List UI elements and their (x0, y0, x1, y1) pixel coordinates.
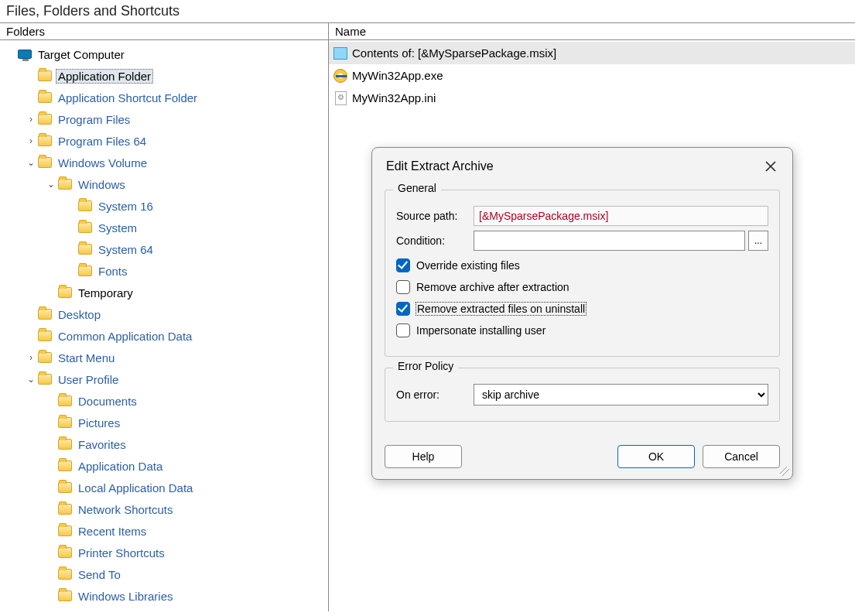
tree-item-label: Documents (76, 394, 139, 409)
tree-item-label: Windows Libraries (76, 589, 176, 604)
tree-item[interactable]: ›Network Shortcuts (0, 498, 328, 520)
file-item[interactable]: MyWin32App.exe (329, 64, 855, 87)
tree-item[interactable]: ›Printer Shortcuts (0, 542, 328, 563)
folder-icon (57, 589, 73, 603)
tree-item-label: System (96, 221, 139, 235)
ok-button[interactable]: OK (617, 445, 695, 468)
tree-item[interactable]: ›Common Application Data (0, 325, 328, 347)
folder-icon (57, 546, 73, 560)
on-error-select[interactable]: skip archive (474, 384, 768, 406)
tree-item[interactable]: ›Target Computer (0, 43, 328, 65)
tree-item-label: Common Application Data (56, 329, 194, 344)
folder-icon (37, 69, 53, 83)
tree-item[interactable]: ›Fonts (0, 260, 328, 282)
folder-icon (57, 177, 73, 191)
source-path-label: Source path: (396, 210, 474, 222)
tree-item-label: Favorites (76, 437, 128, 452)
folder-icon (57, 437, 73, 451)
tree-item[interactable]: ⌄Windows (0, 173, 328, 195)
folders-header: Folders (0, 23, 328, 40)
condition-browse-button[interactable]: ... (748, 231, 768, 251)
tree-item[interactable]: ›System 16 (0, 195, 328, 217)
remove-archive-label: Remove archive after extraction (416, 281, 569, 293)
tree-item-label: Pictures (76, 416, 122, 430)
override-existing-checkbox[interactable] (396, 258, 410, 272)
tree-item[interactable]: ›Local Application Data (0, 477, 328, 498)
folder-icon (57, 502, 73, 516)
tree-item[interactable]: ⌄User Profile (0, 368, 328, 390)
tree-item[interactable]: ›Program Files 64 (0, 130, 328, 152)
error-policy-group-title: Error Policy (393, 360, 458, 372)
tree-item-label: Temporary (76, 286, 135, 300)
folder-icon (57, 567, 73, 581)
tree-item[interactable]: ›Windows Libraries (0, 585, 328, 607)
tree-item-label: Fonts (96, 264, 130, 279)
file-item[interactable]: Contents of: [&MySparsePackage.msix] (329, 42, 855, 64)
folder-icon (57, 286, 73, 299)
file-list[interactable]: Contents of: [&MySparsePackage.msix]MyWi… (329, 40, 855, 111)
monitor-icon (17, 47, 32, 61)
folder-tree[interactable]: ›Target Computer›Application Folder›Appl… (0, 40, 328, 610)
chevron-down-icon[interactable]: ⌄ (25, 374, 37, 385)
condition-label: Condition: (396, 234, 474, 247)
tree-item[interactable]: ›Pictures (0, 412, 328, 433)
remove-archive-checkbox[interactable] (396, 280, 410, 294)
file-item[interactable]: MyWin32App.ini (329, 87, 855, 109)
remove-on-uninstall-checkbox[interactable] (396, 302, 410, 316)
tree-item[interactable]: ›Program Files (0, 108, 328, 130)
resize-grip-icon[interactable] (780, 467, 789, 476)
chevron-right-icon[interactable]: › (25, 352, 37, 363)
tree-item[interactable]: ›System 64 (0, 238, 328, 260)
tree-item[interactable]: ›System (0, 217, 328, 238)
tree-item-label: User Profile (56, 372, 121, 387)
folder-icon (37, 112, 53, 126)
tree-item-label: Application Folder (56, 69, 153, 84)
edit-extract-archive-dialog: Edit Extract Archive General Source path… (371, 147, 793, 480)
source-path-input[interactable] (474, 206, 768, 226)
file-item-label: MyWin32App.exe (352, 69, 443, 82)
tree-item[interactable]: ›Desktop (0, 303, 328, 325)
tree-item-label: System 16 (96, 199, 156, 214)
tree-item-label: Network Shortcuts (76, 502, 176, 517)
tree-item[interactable]: ›Application Data (0, 455, 328, 477)
folder-icon (77, 221, 93, 234)
tree-item[interactable]: ›Documents (0, 390, 328, 412)
tree-item-label: Windows (76, 177, 128, 192)
condition-input[interactable] (474, 231, 745, 251)
tree-item[interactable]: ›Application Shortcut Folder (0, 87, 328, 108)
tree-item-label: Start Menu (56, 351, 117, 365)
tree-item-label: Printer Shortcuts (76, 546, 167, 560)
folder-icon (57, 394, 73, 408)
tree-item[interactable]: ›Recent Items (0, 520, 328, 542)
package-icon (332, 46, 349, 61)
on-error-label: On error: (396, 388, 474, 401)
tree-item[interactable]: ›Send To (0, 563, 328, 585)
help-button[interactable]: Help (385, 445, 462, 468)
general-group-title: General (393, 182, 441, 194)
folder-icon (57, 524, 73, 538)
folder-icon (37, 134, 53, 148)
file-item-label: MyWin32App.ini (352, 91, 436, 104)
tree-item[interactable]: ⌄Windows Volume (0, 152, 328, 173)
chevron-right-icon[interactable]: › (25, 135, 37, 146)
tree-item[interactable]: ›Start Menu (0, 347, 328, 368)
impersonate-user-checkbox[interactable] (396, 323, 410, 337)
close-icon[interactable] (760, 156, 781, 177)
cancel-button[interactable]: Cancel (703, 445, 780, 468)
ini-icon (332, 91, 349, 106)
chevron-down-icon[interactable]: ⌄ (25, 157, 37, 168)
tree-item[interactable]: ›Temporary (0, 282, 328, 303)
tree-item[interactable]: ›Favorites (0, 433, 328, 455)
tree-item-label: Application Shortcut Folder (56, 91, 200, 105)
folder-icon (37, 307, 53, 321)
name-header: Name (329, 23, 855, 40)
override-existing-label: Override existing files (416, 259, 520, 272)
folder-icon (37, 156, 53, 169)
tree-item-label: Desktop (56, 307, 103, 322)
chevron-down-icon[interactable]: ⌄ (45, 179, 57, 190)
chevron-right-icon[interactable]: › (25, 114, 37, 125)
exe-icon (332, 68, 349, 84)
folder-icon (77, 242, 93, 256)
tree-item[interactable]: ›Application Folder (0, 65, 328, 87)
folder-icon (37, 372, 53, 386)
